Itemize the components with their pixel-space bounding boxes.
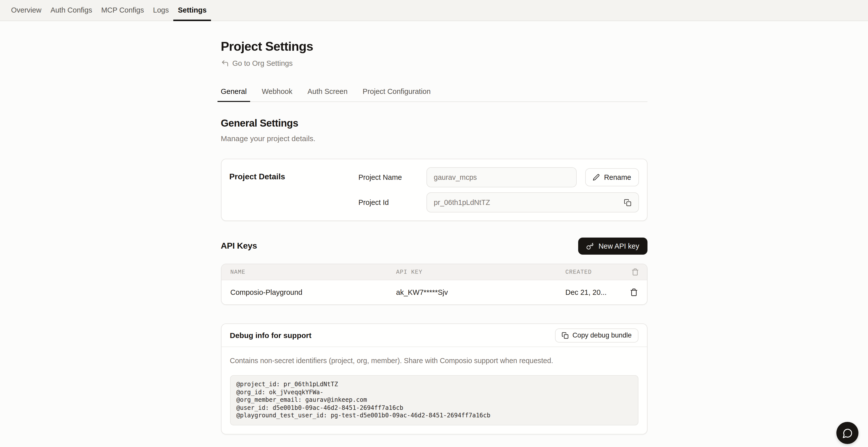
- general-settings-heading: General Settings: [221, 117, 647, 129]
- rename-button-label: Rename: [604, 173, 631, 181]
- copy-debug-bundle-label: Copy debug bundle: [572, 331, 632, 339]
- project-id-row: Project Id pr_06th1pLdNtTZ: [359, 192, 639, 213]
- corner-up-left-icon: [221, 59, 229, 67]
- general-settings-subheading: Manage your project details.: [221, 135, 647, 142]
- settings-tabs: General Webhook Auth Screen Project Conf…: [217, 88, 647, 102]
- main-content: Project Settings Go to Org Settings Gene…: [0, 21, 868, 447]
- api-keys-header: API Keys New API key: [221, 237, 647, 255]
- org-settings-link-label: Go to Org Settings: [232, 59, 292, 67]
- copy-icon: [624, 199, 631, 206]
- project-name-input[interactable]: [426, 167, 577, 187]
- copy-debug-bundle-button[interactable]: Copy debug bundle: [555, 328, 638, 342]
- page-root: Overview Auth Configs MCP Configs Logs S…: [0, 0, 868, 447]
- project-details-form: Project Name Rename Project Id: [359, 167, 639, 213]
- copy-icon: [561, 332, 568, 339]
- api-keys-table-header: NAME API KEY CREATED: [221, 264, 647, 280]
- code-line: @user_id: d5e001b0-09ac-46d2-8451-2694ff…: [236, 404, 632, 412]
- project-details-card: Project Details Project Name Rename: [221, 159, 647, 221]
- trash-icon: [631, 268, 639, 276]
- tab-project-configuration[interactable]: Project Configuration: [359, 88, 434, 102]
- api-key-table-row: Composio-Playground ak_KW7*****Sjv Dec 2…: [221, 280, 647, 305]
- top-nav: Overview Auth Configs MCP Configs Logs S…: [0, 0, 868, 21]
- api-key-name: Composio-Playground: [230, 288, 396, 296]
- project-name-label: Project Name: [359, 173, 426, 181]
- nav-item-overview[interactable]: Overview: [6, 0, 46, 21]
- code-line: @project_id: pr_06th1pLdNtTZ: [236, 381, 632, 388]
- debug-info-header: Debug info for support Copy debug bundle: [221, 324, 647, 347]
- column-name: NAME: [230, 269, 396, 275]
- page-title: Project Settings: [221, 39, 647, 54]
- new-api-key-button[interactable]: New API key: [579, 237, 647, 255]
- nav-item-auth-configs[interactable]: Auth Configs: [46, 0, 97, 21]
- api-keys-table: NAME API KEY CREATED Composio-Playground…: [221, 264, 647, 305]
- nav-item-settings[interactable]: Settings: [173, 0, 211, 21]
- code-line: @org_member_email: gaurav@inkeep.com: [236, 396, 632, 404]
- rename-button[interactable]: Rename: [585, 168, 639, 186]
- nav-item-mcp-configs[interactable]: MCP Configs: [97, 0, 149, 21]
- org-settings-link[interactable]: Go to Org Settings: [221, 59, 292, 67]
- trash-icon: [630, 288, 638, 296]
- api-key-masked-value: ak_KW7*****Sjv: [396, 288, 565, 296]
- copy-project-id-button[interactable]: [623, 198, 632, 207]
- debug-info-body: Contains non-secret identifiers (project…: [221, 347, 647, 434]
- project-id-label: Project Id: [359, 198, 426, 206]
- chat-support-button[interactable]: [836, 422, 859, 444]
- api-keys-title: API Keys: [221, 241, 257, 251]
- project-id-field: pr_06th1pLdNtTZ: [426, 192, 639, 213]
- debug-info-title: Debug info for support: [230, 331, 311, 340]
- pencil-icon: [593, 174, 600, 181]
- code-line: @playground_test_user_id: pg-test-d5e001…: [236, 412, 632, 420]
- project-name-row: Project Name Rename: [359, 167, 639, 187]
- code-line: @org_id: ok_jVveqqkYFWa-: [236, 388, 632, 396]
- column-created: CREATED: [565, 269, 626, 275]
- project-id-value: pr_06th1pLdNtTZ: [434, 198, 490, 206]
- debug-code-block: @project_id: pr_06th1pLdNtTZ @org_id: ok…: [230, 375, 638, 425]
- column-api-key: API KEY: [396, 269, 565, 275]
- new-api-key-button-label: New API key: [598, 242, 639, 250]
- debug-info-card: Debug info for support Copy debug bundle…: [221, 323, 647, 434]
- project-details-title: Project Details: [229, 167, 359, 213]
- message-circle-icon: [842, 428, 853, 438]
- nav-item-logs[interactable]: Logs: [149, 0, 173, 21]
- tab-general[interactable]: General: [217, 88, 250, 102]
- key-icon: [586, 242, 594, 250]
- delete-api-key-button[interactable]: [629, 287, 639, 297]
- tab-auth-screen[interactable]: Auth Screen: [304, 88, 351, 102]
- api-key-created-date: Dec 21, 20...: [565, 288, 626, 296]
- debug-info-description: Contains non-secret identifiers (project…: [230, 357, 638, 364]
- tab-webhook[interactable]: Webhook: [258, 88, 296, 102]
